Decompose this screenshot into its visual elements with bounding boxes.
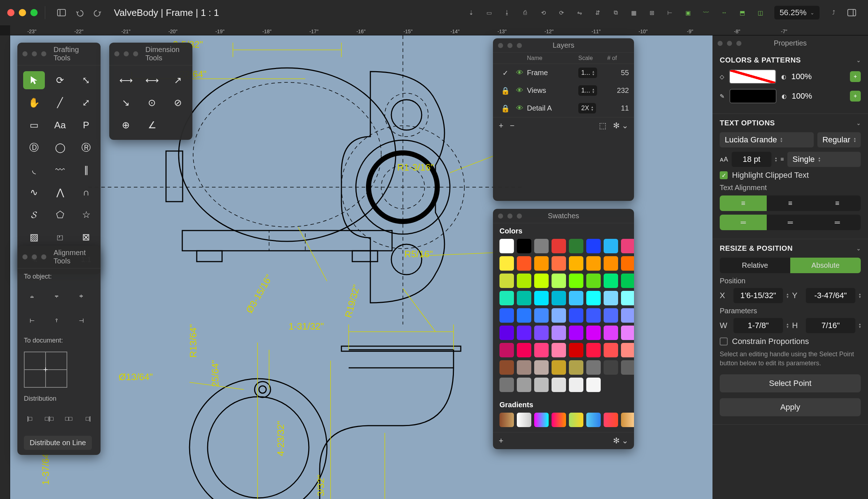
alignment-tools-panel[interactable]: Alignment Tools To object: ⫨ ⫧ ⫩ ⊢ ⫯ ⊣ T… — [17, 246, 101, 455]
inspector-toggle-icon[interactable] — [846, 7, 857, 18]
color-swatch[interactable] — [517, 378, 531, 392]
gradient-swatch[interactable] — [534, 413, 549, 427]
color-swatch[interactable] — [586, 378, 601, 392]
zoom-window-icon[interactable] — [30, 9, 38, 16]
align-center-button[interactable]: ≡ — [767, 195, 814, 211]
dim-diameter-tool[interactable]: ⊘ — [167, 94, 189, 112]
gradient-swatch[interactable] — [604, 413, 618, 427]
color-swatch[interactable] — [552, 326, 566, 340]
polyline-tool[interactable]: 〰 — [49, 161, 71, 179]
color-swatch[interactable] — [517, 360, 531, 375]
paste-icon[interactable]: ▦ — [628, 7, 639, 18]
fill-opacity[interactable]: 100% — [791, 72, 812, 81]
layers-panel[interactable]: Layers Name Scale # of ✓ 👁 Frame 1... ▴▾… — [493, 38, 634, 201]
drafting-tools-panel[interactable]: Drafting Tools ⟳ ⤡ ✋ ╱ ⤢ ▭ Aa P Ⓓ ◯ Ⓡ ◟ … — [17, 43, 101, 274]
color-swatch[interactable] — [586, 291, 601, 305]
rotate-cw-icon[interactable]: ⟳ — [556, 7, 567, 18]
align-left-icon[interactable]: ⊢ — [24, 312, 41, 329]
distribute-right-icon[interactable]: □| — [82, 410, 94, 427]
save-icon[interactable]: ⭳ — [502, 7, 512, 18]
dimension-icon[interactable]: ↔ — [719, 7, 729, 18]
color-swatch[interactable] — [552, 256, 566, 271]
color-swatch[interactable] — [621, 308, 634, 323]
h-field[interactable]: 7/16" — [806, 318, 855, 333]
star-tool[interactable]: ☆ — [75, 206, 97, 224]
swatches-panel[interactable]: Swatches Colors Gradients + ✻ ⌄ — [493, 209, 634, 449]
color-swatch[interactable] — [534, 239, 549, 253]
gradient-swatch[interactable] — [586, 413, 601, 427]
arc-tool[interactable]: ◟ — [23, 161, 45, 179]
color-swatch[interactable] — [621, 291, 634, 305]
gradient-swatch[interactable] — [552, 413, 566, 427]
h-stepper[interactable]: ▴▾ — [859, 323, 861, 328]
color-swatch[interactable] — [569, 239, 583, 253]
open-icon[interactable]: ▭ — [484, 7, 494, 18]
color-swatch[interactable] — [569, 291, 583, 305]
color-swatch[interactable] — [621, 239, 634, 253]
layer-select-icon[interactable]: ⬚ — [599, 121, 607, 130]
color-swatch[interactable] — [586, 256, 601, 271]
erase-tool[interactable]: ⊠ — [75, 228, 97, 246]
w-field[interactable]: 1-7/8" — [733, 318, 783, 333]
color-swatch[interactable] — [569, 256, 583, 271]
layer-row[interactable]: ✓ 👁 Frame 1... ▴▾ 55 — [493, 64, 634, 82]
layer-row[interactable]: 🔒 👁 Detail A 2X ▴▾ 11 — [493, 99, 634, 117]
rotate-tool[interactable]: ⟳ — [49, 71, 71, 89]
color-swatch[interactable] — [499, 239, 514, 253]
group-icon[interactable]: ▣ — [682, 7, 693, 18]
color-swatch[interactable] — [552, 291, 566, 305]
visibility-icon[interactable]: 👁 — [512, 69, 527, 77]
color-swatch[interactable] — [552, 378, 566, 392]
color-swatch[interactable] — [499, 274, 514, 288]
font-size-stepper[interactable]: ▴▾ — [775, 156, 777, 162]
rectangle-tool[interactable]: ▭ — [23, 116, 45, 134]
color-swatch[interactable] — [517, 326, 531, 340]
parallel-tool[interactable]: ∥ — [75, 161, 97, 179]
layer-icon[interactable]: ◫ — [755, 7, 766, 18]
redo-icon[interactable] — [92, 7, 103, 18]
color-swatch[interactable] — [569, 308, 583, 323]
color-swatch[interactable] — [517, 274, 531, 288]
layer-scale-select[interactable]: 1... ▴▾ — [578, 85, 597, 96]
grid-icon[interactable]: ⊞ — [646, 7, 657, 18]
color-swatch[interactable] — [604, 291, 618, 305]
color-swatch[interactable] — [534, 343, 549, 357]
color-swatch[interactable] — [499, 360, 514, 375]
distribute-left-icon[interactable]: |□ — [24, 410, 35, 427]
scale-tool[interactable]: ⤡ — [75, 71, 97, 89]
color-swatch[interactable] — [517, 308, 531, 323]
color-swatch[interactable] — [621, 274, 634, 288]
color-swatch[interactable] — [604, 308, 618, 323]
align-hcenter-icon[interactable]: ⫯ — [48, 312, 65, 329]
dim-center-tool[interactable]: ⊕ — [115, 116, 137, 134]
font-size-field[interactable]: 18 pt — [732, 152, 771, 167]
layer-row[interactable]: 🔒 👁 Views 1... ▴▾ 232 — [493, 82, 634, 99]
layer-scale-select[interactable]: 1... ▴▾ — [578, 68, 597, 78]
pan-tool[interactable]: ✋ — [23, 94, 45, 112]
align-right-button[interactable]: ≡ — [814, 195, 861, 211]
color-swatch[interactable] — [586, 326, 601, 340]
flip-v-icon[interactable]: ⇵ — [592, 7, 603, 18]
flip-h-icon[interactable]: ⇋ — [574, 7, 585, 18]
tripod-tool[interactable]: ⋀ — [49, 183, 71, 201]
y-field[interactable]: -3-47/64" — [806, 288, 855, 303]
color-swatch[interactable] — [552, 343, 566, 357]
visibility-icon[interactable]: 👁 — [512, 104, 527, 112]
measure-icon[interactable]: 〰 — [701, 7, 711, 18]
circle-r-tool[interactable]: Ⓡ — [75, 138, 97, 156]
snap-icon[interactable]: ⊢ — [664, 7, 675, 18]
valign-top-button[interactable]: ═ — [720, 215, 767, 230]
fill-color-well[interactable] — [729, 69, 776, 84]
color-swatch[interactable] — [499, 326, 514, 340]
align-vcenter-icon[interactable]: ⫩ — [73, 288, 90, 305]
color-swatch[interactable] — [517, 291, 531, 305]
stroke-color-well[interactable] — [729, 89, 776, 103]
x-stepper[interactable]: ▴▾ — [787, 293, 788, 298]
color-swatch[interactable] — [586, 308, 601, 323]
color-swatch[interactable] — [586, 343, 601, 357]
line-spacing-select[interactable]: Single▴▾ — [787, 152, 861, 167]
color-swatch[interactable] — [604, 256, 618, 271]
hatch-tool[interactable]: ▨ — [23, 228, 45, 246]
color-swatch[interactable] — [534, 360, 549, 375]
layer-scale-select[interactable]: 2X ▴▾ — [578, 103, 596, 113]
